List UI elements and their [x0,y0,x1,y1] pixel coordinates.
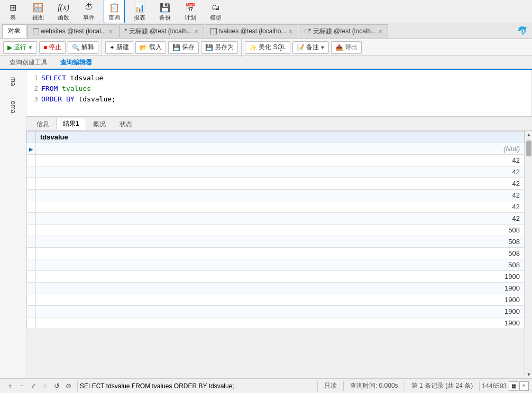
scroll-down-arrow[interactable]: ▼ [525,371,532,378]
beautify-button[interactable]: ✨ 美化 SQL [245,41,290,54]
tab-bar: 对象 websites @test (local... ✕ * 无标题 @tes… [0,23,532,39]
tab-untitled2[interactable]: □* 无标题 @test (localh... ✕ [299,24,388,38]
cell-tdsvalue[interactable]: 42 [36,155,525,166]
row-marker [27,201,36,213]
grid-view-icon[interactable]: ▦ [509,381,518,391]
cell-tdsvalue[interactable]: 1900 [36,306,525,317]
editor-section: 1 SELECT tdsvalue 2 FROM tvalues 3 ORDER… [26,70,532,117]
scroll-track[interactable] [525,138,532,371]
tab-extra-icon[interactable]: 🐬 [515,26,530,36]
data-table: tdsvalue ▶(Null)424242424242508508508508… [26,131,525,329]
filter-icon[interactable]: ⊘ [63,381,73,391]
cell-tdsvalue[interactable]: 508 [36,224,525,236]
cell-tdsvalue[interactable]: 508 [36,248,525,259]
table-row: 42 [27,213,525,224]
tab-untitled2-close[interactable]: ✕ [378,29,382,34]
result-tab-info[interactable]: 信息 [30,118,56,130]
right-scrollbar[interactable]: ▲ ▼ [525,131,532,378]
save-as-button[interactable]: 💾 另存为 [201,41,238,54]
cell-tdsvalue[interactable]: 1900 [36,283,525,294]
load-button[interactable]: 📂 载入 [135,41,166,54]
save-button[interactable]: 💾 保存 [168,41,199,54]
row-marker [27,236,36,248]
cell-tdsvalue[interactable]: 42 [36,178,525,190]
toolbar-view[interactable]: 🪟 视图 [27,0,49,23]
line-num-1: 1 [26,73,41,83]
cell-tdsvalue[interactable]: 42 [36,213,525,224]
tab-tvalues[interactable]: tvalues @test (localho... ✕ [205,24,298,38]
comment-label: 备注 [306,43,319,52]
explain-icon: 🔍 [72,44,80,51]
tab-websites[interactable]: websites @test (local... ✕ [27,24,118,38]
table-row: 42 [27,155,525,166]
tab-object[interactable]: 对象 [2,24,26,38]
table-icon: ⊞ [6,1,19,14]
table-wrapper: tdsvalue ▶(Null)424242424242508508508508… [26,131,532,378]
toolbar-event[interactable]: ⏱ 事件 [78,0,99,23]
result-tab-result1[interactable]: 结果1 [56,118,86,130]
tab-tvalues-close[interactable]: ✕ [288,29,292,34]
toolbar-table[interactable]: ⊞ 表 [2,0,23,23]
save-as-icon: 💾 [205,44,213,51]
editor-area[interactable]: 1 SELECT tdsvalue 2 FROM tvalues 3 ORDER… [26,70,532,116]
row-arrow-icon: ▶ [29,146,33,152]
toolbar-query[interactable]: 📋 查询 [104,0,125,23]
run-button[interactable]: ▶ 运行 ▼ [3,41,37,54]
navicat-icon: 🐬 [517,26,528,36]
scroll-up-arrow[interactable]: ▲ [525,131,532,138]
data-table-container[interactable]: tdsvalue ▶(Null)424242424242508508508508… [26,131,525,378]
confirm-icon[interactable]: ✓ [29,381,38,391]
row-marker [27,166,36,178]
code-text-3: ORDER BY tdsvalue; [41,94,116,105]
row-marker [27,190,36,201]
export-button[interactable]: 📤 导出 [331,41,362,54]
add-row-icon[interactable]: + [5,381,15,391]
cell-tdsvalue[interactable]: (Null) [36,143,525,155]
cell-tdsvalue[interactable]: 42 [36,166,525,178]
toolbar-schedule[interactable]: 📅 计划 [180,0,201,23]
status-id: 1446593 [482,382,507,390]
sidebar-label-ema: ema [6,99,20,115]
tab-untitled1-close[interactable]: ✕ [194,29,198,34]
result-tab-status[interactable]: 状态 [113,118,139,130]
cell-tdsvalue[interactable]: 1900 [36,271,525,283]
refresh-icon[interactable]: ↺ [52,381,61,391]
toolbar-backup[interactable]: 💾 备份 [154,0,176,23]
toolbar-report-label: 报表 [134,14,145,22]
results-tabs: 信息 结果1 概况 状态 [26,117,532,131]
comment-button[interactable]: 📝 备注 ▼ [292,41,329,54]
content-area: 1 SELECT tdsvalue 2 FROM tvalues 3 ORDER… [26,70,532,378]
tab-websites-close[interactable]: ✕ [108,29,113,34]
run-icon: ▶ [7,44,12,51]
toolbar-model-label: 模型 [210,14,222,22]
toolbar-function[interactable]: f(x) 函数 [53,0,74,23]
result-tab-overview[interactable]: 概况 [86,118,113,130]
table-row: 42 [27,166,525,178]
toolbar-report[interactable]: 📊 报表 [129,0,150,23]
row-marker [27,317,36,329]
tab-untitled1[interactable]: * 无标题 @test (localh... ✕ [119,24,205,38]
cell-tdsvalue[interactable]: 42 [36,201,525,213]
cancel-icon[interactable]: ✕ [40,381,50,391]
toolbar-function-label: 函数 [58,14,69,22]
cell-tdsvalue[interactable]: 42 [36,190,525,201]
cell-tdsvalue[interactable]: 508 [36,259,525,271]
toolbar-model[interactable]: 🗂 模型 [205,0,226,23]
toolbar-view-label: 视图 [32,14,44,22]
sub-tab-query-builder[interactable]: 查询创建工具 [3,57,54,70]
new-button[interactable]: ✦ 新建 [105,41,133,54]
cell-tdsvalue[interactable]: 508 [36,236,525,248]
bottom-bar: + − ✓ ✕ ↺ ⊘ SELECT tdsvalue FROM tvalues… [0,378,532,393]
stop-button[interactable]: ■ 停止 [39,41,66,54]
cell-tdsvalue[interactable]: 1900 [36,294,525,306]
cell-tdsvalue[interactable]: 1900 [36,317,525,329]
sub-tab-query-editor[interactable]: 查询编辑器 [54,57,98,70]
function-icon: f(x) [57,1,70,14]
explain-button[interactable]: 🔍 解释 [68,41,98,54]
code-text-1: SELECT tdsvalue [41,73,103,83]
delete-row-icon[interactable]: − [17,381,26,391]
line-num-3: 3 [26,94,41,105]
list-view-icon[interactable]: ≡ [519,381,529,391]
col-tdsvalue-header: tdsvalue [36,132,525,143]
status-sep5 [479,381,480,391]
